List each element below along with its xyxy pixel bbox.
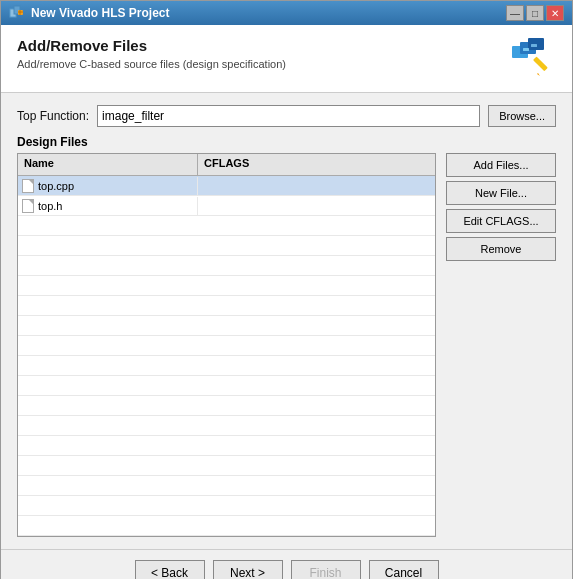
file-name: top.h — [38, 200, 62, 212]
finish-button[interactable]: Finish — [291, 560, 361, 579]
close-button[interactable]: ✕ — [546, 5, 564, 21]
svg-rect-10 — [523, 48, 529, 51]
top-function-row: Top Function: Browse... — [17, 105, 556, 127]
svg-rect-8 — [533, 56, 548, 71]
file-name-cell: top.h — [18, 197, 198, 215]
design-files-container: Name CFLAGS top.cpp — [17, 153, 556, 537]
files-actions: Add Files... New File... Edit CFLAGS... … — [446, 153, 556, 537]
page-title: Add/Remove Files — [17, 37, 286, 54]
file-name-cell: top.cpp — [18, 177, 198, 195]
design-icon — [507, 38, 555, 82]
empty-row — [18, 316, 435, 336]
title-bar-buttons: — □ ✕ — [506, 5, 564, 21]
table-body: top.cpp top.h — [18, 176, 435, 536]
header-icon — [506, 37, 556, 82]
window-icon — [9, 5, 25, 21]
next-button[interactable]: Next > — [213, 560, 283, 579]
window-title: New Vivado HLS Project — [31, 6, 170, 20]
file-icon — [22, 199, 34, 213]
header-section: Add/Remove Files Add/remove C-based sour… — [1, 25, 572, 93]
empty-row — [18, 296, 435, 316]
col-cflags-header: CFLAGS — [198, 154, 435, 175]
empty-row — [18, 436, 435, 456]
file-name: top.cpp — [38, 180, 74, 192]
files-table: Name CFLAGS top.cpp — [17, 153, 436, 537]
top-function-label: Top Function: — [17, 109, 89, 123]
edit-cflags-button[interactable]: Edit CFLAGS... — [446, 209, 556, 233]
empty-row — [18, 476, 435, 496]
back-button[interactable]: < Back — [135, 560, 205, 579]
table-row[interactable]: top.h — [18, 196, 435, 216]
header-text: Add/Remove Files Add/remove C-based sour… — [17, 37, 286, 70]
table-header: Name CFLAGS — [18, 154, 435, 176]
empty-row — [18, 336, 435, 356]
title-bar-left: New Vivado HLS Project — [9, 5, 170, 21]
file-cflags-cell — [198, 204, 435, 208]
restore-button[interactable]: □ — [526, 5, 544, 21]
empty-row — [18, 396, 435, 416]
empty-row — [18, 236, 435, 256]
empty-row — [18, 276, 435, 296]
empty-row — [18, 416, 435, 436]
table-row[interactable]: top.cpp — [18, 176, 435, 196]
svg-marker-9 — [537, 73, 540, 76]
empty-row — [18, 456, 435, 476]
remove-button[interactable]: Remove — [446, 237, 556, 261]
page-subtitle: Add/remove C-based source files (design … — [17, 58, 286, 70]
title-bar: New Vivado HLS Project — □ ✕ — [1, 1, 572, 25]
new-file-button[interactable]: New File... — [446, 181, 556, 205]
empty-row — [18, 376, 435, 396]
add-files-button[interactable]: Add Files... — [446, 153, 556, 177]
cancel-button[interactable]: Cancel — [369, 560, 439, 579]
col-name-header: Name — [18, 154, 198, 175]
main-window: New Vivado HLS Project — □ ✕ Add/Remove … — [0, 0, 573, 579]
footer: < Back Next > Finish Cancel — [1, 549, 572, 579]
file-icon — [22, 179, 34, 193]
svg-rect-11 — [531, 44, 537, 47]
empty-row — [18, 496, 435, 516]
empty-row — [18, 256, 435, 276]
top-function-input[interactable] — [97, 105, 480, 127]
minimize-button[interactable]: — — [506, 5, 524, 21]
content-area: Top Function: Browse... Design Files Nam… — [1, 93, 572, 549]
design-files-label: Design Files — [17, 135, 556, 149]
file-cflags-cell — [198, 184, 435, 188]
design-files-section: Design Files Name CFLAGS top.cpp — [17, 135, 556, 537]
browse-button[interactable]: Browse... — [488, 105, 556, 127]
empty-row — [18, 516, 435, 536]
empty-row — [18, 216, 435, 236]
empty-row — [18, 356, 435, 376]
